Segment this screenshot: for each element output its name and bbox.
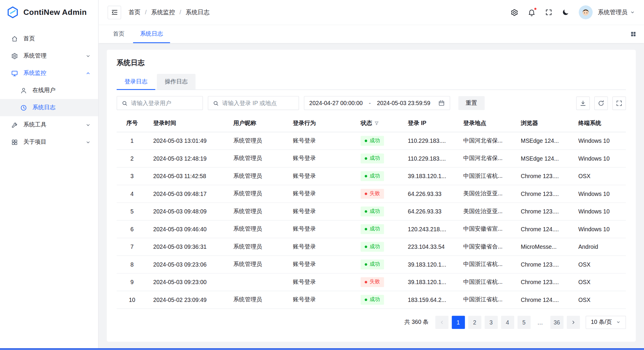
apps-grid-icon <box>630 31 637 37</box>
cell-index: 6 <box>117 220 148 237</box>
pagination-page-3[interactable]: 3 <box>485 316 498 329</box>
notifications-button[interactable] <box>528 8 535 16</box>
table-row: 4 2024-05-03 09:48:17 系统管理员 账号登录 失败 64.2… <box>117 185 626 202</box>
sidebar-item-online-users[interactable]: 在线用户 <box>0 82 98 99</box>
date-range-end: 2024-05-03 23:59:59 <box>377 100 430 106</box>
status-badge: 成功 <box>361 259 384 269</box>
pagination-ellipsis[interactable]: … <box>534 316 547 329</box>
page-size-select[interactable]: 10 条/页 <box>586 316 626 329</box>
pagination-next-button[interactable] <box>567 316 580 329</box>
cell-browser: Chrome 123.... <box>515 167 573 185</box>
gear-icon <box>510 8 518 16</box>
cell-browser: MSEdge 124... <box>515 150 573 167</box>
apps-icon <box>11 139 18 146</box>
table-row: 7 2024-05-03 09:36:31 系统管理员 账号登录 成功 223.… <box>117 238 626 255</box>
sidebar-item-system-monitor[interactable]: 系统监控 <box>0 64 98 82</box>
app-logo-row[interactable]: ContiNew Admin <box>0 0 98 25</box>
pagination-page-last[interactable]: 36 <box>550 316 563 329</box>
sidebar-nav: 首页 系统管理 系统监控 在线用户 系统日志 系统工具 关于项目 <box>0 25 98 151</box>
cell-behavior: 账号登录 <box>287 167 355 185</box>
chevron-up-icon <box>86 70 91 76</box>
date-range-picker[interactable]: 2024-04-27 00:00:00 - 2024-05-03 23:59:5… <box>304 96 450 110</box>
top-bar-actions: 系统管理员 <box>510 5 635 19</box>
cell-login-time: 2024-05-03 09:36:31 <box>148 238 228 255</box>
fullscreen-button[interactable] <box>545 9 552 16</box>
expand-table-button[interactable] <box>612 96 626 110</box>
pagination-page-1[interactable]: 1 <box>452 316 465 329</box>
tab-actions-button[interactable] <box>630 31 637 37</box>
pagination-page-2[interactable]: 2 <box>468 316 481 329</box>
collapse-sidebar-button[interactable] <box>107 6 121 19</box>
login-ip-search-input[interactable] <box>222 100 294 106</box>
sidebar-item-system-management[interactable]: 系统管理 <box>0 47 98 64</box>
cell-browser: Chrome 123.... <box>515 255 573 273</box>
cell-status: 失败 <box>355 185 402 202</box>
cell-location: 美国佐治亚亚... <box>458 202 515 220</box>
sidebar-item-system-log[interactable]: 系统日志 <box>0 99 98 116</box>
pagination-prev-button[interactable] <box>435 316 448 329</box>
sidebar-item-about-project[interactable]: 关于项目 <box>0 134 98 151</box>
sidebar-item-home[interactable]: 首页 <box>0 30 98 47</box>
breadcrumb-item-system-monitor[interactable]: 系统监控 <box>151 8 175 16</box>
status-text: 失败 <box>370 278 380 286</box>
reset-button[interactable]: 重置 <box>458 96 485 110</box>
column-header-status: 状态 <box>355 115 402 132</box>
cell-os: OSX <box>572 291 626 308</box>
pagination-page-4[interactable]: 4 <box>501 316 514 329</box>
login-user-search-input[interactable] <box>131 100 198 106</box>
system-log-card: 系统日志 登录日志 操作日志 2024-04 <box>107 50 636 342</box>
download-button[interactable] <box>576 96 590 110</box>
column-header-nickname: 用户昵称 <box>227 115 287 132</box>
view-tab-home[interactable]: 首页 <box>106 25 132 43</box>
cell-login-time: 2024-05-02 23:09:49 <box>148 291 228 308</box>
cell-index: 9 <box>117 273 148 291</box>
column-header-index: 序号 <box>117 115 148 132</box>
tab-login-log[interactable]: 登录日志 <box>117 74 155 90</box>
cell-ip: 110.229.183.... <box>402 150 458 167</box>
filter-funnel-icon[interactable] <box>374 121 379 126</box>
cell-ip: 183.159.64.2... <box>402 291 458 308</box>
cell-behavior: 账号登录 <box>287 220 355 237</box>
status-badge: 成功 <box>361 224 384 234</box>
breadcrumb-item-home[interactable]: 首页 <box>129 8 140 16</box>
login-user-search <box>117 96 203 110</box>
cell-login-time: 2024-05-03 11:42:58 <box>148 167 228 185</box>
column-header-login-time: 登录时间 <box>148 115 228 132</box>
cell-index: 7 <box>117 238 148 255</box>
sidebar-item-system-tools[interactable]: 系统工具 <box>0 116 98 133</box>
cell-behavior: 账号登录 <box>287 273 355 291</box>
cell-ip: 64.226.93.33 <box>402 185 458 202</box>
settings-button[interactable] <box>510 8 518 16</box>
cell-ip: 120.243.218.... <box>402 220 458 237</box>
tab-label: 操作日志 <box>165 78 188 85</box>
monitor-icon <box>11 69 18 77</box>
status-text: 成功 <box>370 225 380 232</box>
status-text: 成功 <box>370 137 380 144</box>
theme-toggle-button[interactable] <box>562 9 569 16</box>
tab-operation-log[interactable]: 操作日志 <box>157 74 195 90</box>
fullscreen-icon <box>545 9 552 16</box>
wrench-icon <box>11 121 18 129</box>
login-log-table: 序号 登录时间 用户昵称 登录行为 状态 登录 IP 登录地点 浏览器 终端系统… <box>117 115 626 308</box>
status-badge: 失败 <box>361 277 384 287</box>
view-tab-system-log[interactable]: 系统日志 <box>133 25 170 43</box>
filter-toolbar: 2024-04-27 00:00:00 - 2024-05-03 23:59:5… <box>117 96 626 110</box>
status-text: 失败 <box>370 190 380 197</box>
cell-os: Windows 10 <box>572 132 626 149</box>
home-icon <box>11 35 18 42</box>
cell-browser: MicroMesse... <box>515 238 573 255</box>
pagination-page-5[interactable]: 5 <box>517 316 530 329</box>
cell-status: 成功 <box>355 202 402 220</box>
avatar[interactable] <box>578 5 592 19</box>
user-menu[interactable]: 系统管理员 <box>598 8 635 16</box>
cell-nickname: 系统管理员 <box>227 291 287 308</box>
sidebar-item-label: 系统工具 <box>23 121 46 129</box>
refresh-button[interactable] <box>594 96 608 110</box>
status-dot <box>365 281 367 283</box>
cell-status: 成功 <box>355 291 402 308</box>
cell-index: 5 <box>117 202 148 220</box>
table-row: 8 2024-05-03 09:23:06 系统管理员 账号登录 成功 39.1… <box>117 255 626 273</box>
chevron-down-icon <box>630 10 635 15</box>
breadcrumb-item-system-log[interactable]: 系统日志 <box>186 8 209 16</box>
cell-status: 失败 <box>355 273 402 291</box>
